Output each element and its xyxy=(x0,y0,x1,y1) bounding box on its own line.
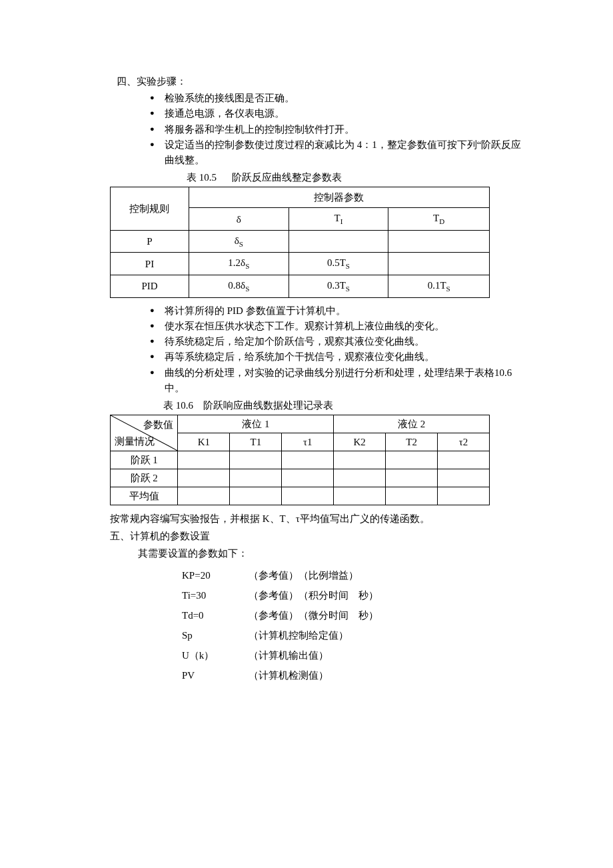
list-text: 将服务器和学生机上的控制控制软件打开。 xyxy=(165,124,354,135)
row-label: 阶跃 1 xyxy=(111,451,178,469)
cell-ti xyxy=(289,230,388,253)
param-desc: （计算机控制给定值） xyxy=(249,625,348,645)
cell xyxy=(386,487,438,505)
table2-col: K2 xyxy=(334,433,386,451)
cell xyxy=(386,469,438,487)
list-text: 将计算所得的 PID 参数值置于计算机中。 xyxy=(165,305,346,316)
cell-td xyxy=(388,253,490,275)
table2-col: τ1 xyxy=(282,433,334,451)
table1-col-delta: δ xyxy=(189,208,289,231)
table1: 控制规则 控制器参数 δ TI TD P δS PI 1.2δS 0.5TS P… xyxy=(110,187,490,297)
section4b-list: 将计算所得的 PID 参数值置于计算机中。 使水泵在恒压供水状态下工作。观察计算… xyxy=(117,303,526,397)
cell xyxy=(282,469,334,487)
param-desc: （计算机检测值） xyxy=(249,665,328,685)
list-text: 再等系统稳定后，给系统加个干扰信号，观察液位变化曲线。 xyxy=(165,351,434,362)
param-block: KP=20 （参考值）（比例增益） Ti=30 （参考值）（积分时间 秒） Td… xyxy=(182,565,526,685)
row-label: 平均值 xyxy=(111,487,178,505)
list-item: 待系统稳定后，给定加个阶跃信号，观察其液位变化曲线。 xyxy=(150,334,526,349)
param-key: Td=0 xyxy=(182,605,249,625)
cell-ti: 0.3TS xyxy=(289,275,388,298)
param-row: Td=0 （参考值）（微分时间 秒） xyxy=(182,605,526,625)
table2-col: τ2 xyxy=(438,433,490,451)
caption-text: 阶跃反应曲线整定参数表 xyxy=(232,172,342,183)
param-row: U（k） （计算机输出值） xyxy=(182,645,526,665)
cell xyxy=(386,451,438,469)
cell xyxy=(230,451,282,469)
list-text: 设定适当的控制参数使过度过程的衰减比为 4：1，整定参数值可按下列“阶跃反应曲线… xyxy=(165,139,521,165)
list-text: 曲线的分析处理，对实验的记录曲线分别进行分析和处理，处理结果于表格10.6 中。 xyxy=(165,367,512,393)
param-desc: （计算机输出值） xyxy=(249,645,328,665)
table2-col: T1 xyxy=(230,433,282,451)
cell-delta: 0.8δS xyxy=(189,275,289,298)
param-desc: （参考值）（比例增益） xyxy=(249,565,358,585)
table1-header-rule: 控制规则 xyxy=(111,187,189,231)
cell xyxy=(334,487,386,505)
table-row: PID 0.8δS 0.3TS 0.1TS xyxy=(111,275,490,298)
after-table2-text: 按常规内容编写实验报告，并根据 K、T、τ平均值写出广义的传递函数。 xyxy=(110,511,526,527)
cell xyxy=(438,451,490,469)
cell-rule: PID xyxy=(111,275,189,298)
list-item: 曲线的分析处理，对实验的记录曲线分别进行分析和处理，处理结果于表格10.6 中。 xyxy=(150,365,526,397)
table1-caption: 表 10.5 阶跃反应曲线整定参数表 xyxy=(117,169,526,185)
table2-diag-header: 参数值 测量情况 xyxy=(111,415,178,451)
table1-header-params: 控制器参数 xyxy=(189,187,489,208)
list-item: 将服务器和学生机上的控制控制软件打开。 xyxy=(150,122,526,137)
cell xyxy=(230,469,282,487)
param-key: PV xyxy=(182,665,249,685)
param-row: PV （计算机检测值） xyxy=(182,665,526,685)
table-row: PI 1.2δS 0.5TS xyxy=(111,253,490,275)
caption-prefix: 表 10.5 xyxy=(187,172,217,183)
cell xyxy=(282,487,334,505)
cell xyxy=(178,487,230,505)
param-key: Ti=30 xyxy=(182,585,249,605)
cell xyxy=(178,451,230,469)
cell-rule: P xyxy=(111,230,189,253)
table-row: 阶跃 2 xyxy=(111,469,490,487)
table1-col-ti: TI xyxy=(289,208,388,231)
diag-top-label: 参数值 xyxy=(143,417,173,433)
list-item: 使水泵在恒压供水状态下工作。观察计算机上液位曲线的变化。 xyxy=(150,319,526,334)
list-item: 检验系统的接线图是否正确。 xyxy=(150,91,526,106)
table2-col: T2 xyxy=(386,433,438,451)
diag-bottom-label: 测量情况 xyxy=(115,433,155,449)
list-item: 设定适当的控制参数使过度过程的衰减比为 4：1，整定参数值可按下列“阶跃反应曲线… xyxy=(150,137,526,169)
cell-delta: 1.2δS xyxy=(189,253,289,275)
param-desc: （参考值）（积分时间 秒） xyxy=(249,585,378,605)
cell-ti: 0.5TS xyxy=(289,253,388,275)
document-page: 四、实验步骤： 检验系统的接线图是否正确。 接通总电源，各仪表电源。 将服务器和… xyxy=(0,0,613,868)
list-item: 将计算所得的 PID 参数值置于计算机中。 xyxy=(150,303,526,319)
param-row: Ti=30 （参考值）（积分时间 秒） xyxy=(182,585,526,605)
list-text: 使水泵在恒压供水状态下工作。观察计算机上液位曲线的变化。 xyxy=(165,321,444,331)
list-text: 待系统稳定后，给定加个阶跃信号，观察其液位变化曲线。 xyxy=(165,336,424,347)
param-key: Sp xyxy=(182,625,249,645)
table1-col-td: TD xyxy=(388,208,490,231)
cell xyxy=(334,451,386,469)
cell xyxy=(282,451,334,469)
table2-group2: 液位 2 xyxy=(334,415,490,433)
list-item: 再等系统稳定后，给系统加个干扰信号，观察液位变化曲线。 xyxy=(150,349,526,365)
row-label: 阶跃 2 xyxy=(111,469,178,487)
table2-col: K1 xyxy=(178,433,230,451)
cell-td: 0.1TS xyxy=(388,275,490,298)
table-row: 平均值 xyxy=(111,487,490,505)
param-row: Sp （计算机控制给定值） xyxy=(182,625,526,645)
cell xyxy=(438,487,490,505)
caption-text: 阶跃响应曲线数据处理记录表 xyxy=(203,400,333,411)
cell xyxy=(178,469,230,487)
table-row: P δS xyxy=(111,230,490,253)
param-desc: （参考值）（微分时间 秒） xyxy=(249,605,378,625)
caption-prefix: 表 10.6 xyxy=(163,400,193,411)
param-key: U（k） xyxy=(182,645,249,665)
section5-title: 五、计算机的参数设置 xyxy=(110,528,526,544)
list-text: 接通总电源，各仪表电源。 xyxy=(165,108,285,119)
section4-list: 检验系统的接线图是否正确。 接通总电源，各仪表电源。 将服务器和学生机上的控制控… xyxy=(117,91,526,168)
list-item: 接通总电源，各仪表电源。 xyxy=(150,106,526,121)
cell-td xyxy=(388,230,490,253)
table2-group1: 液位 1 xyxy=(178,415,334,433)
param-row: KP=20 （参考值）（比例增益） xyxy=(182,565,526,585)
cell xyxy=(230,487,282,505)
param-key: KP=20 xyxy=(182,565,249,585)
cell xyxy=(334,469,386,487)
table2-caption: 表 10.6 阶跃响应曲线数据处理记录表 xyxy=(117,397,526,413)
list-text: 检验系统的接线图是否正确。 xyxy=(165,93,295,103)
